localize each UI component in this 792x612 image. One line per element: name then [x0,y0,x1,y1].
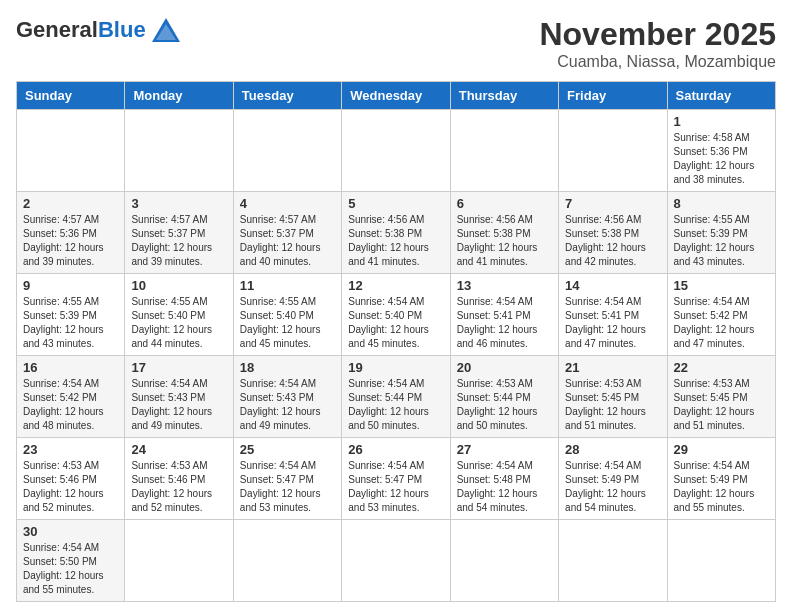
day-info: Sunrise: 4:53 AM Sunset: 5:45 PM Dayligh… [565,377,660,433]
calendar-week-row: 2Sunrise: 4:57 AM Sunset: 5:36 PM Daylig… [17,192,776,274]
calendar-empty-cell [667,520,775,602]
day-number: 25 [240,442,335,457]
day-number: 12 [348,278,443,293]
day-number: 23 [23,442,118,457]
calendar-empty-cell [125,110,233,192]
day-info: Sunrise: 4:54 AM Sunset: 5:41 PM Dayligh… [457,295,552,351]
calendar-day-27: 27Sunrise: 4:54 AM Sunset: 5:48 PM Dayli… [450,438,558,520]
calendar-day-10: 10Sunrise: 4:55 AM Sunset: 5:40 PM Dayli… [125,274,233,356]
calendar-day-7: 7Sunrise: 4:56 AM Sunset: 5:38 PM Daylig… [559,192,667,274]
weekday-header-tuesday: Tuesday [233,82,341,110]
day-number: 2 [23,196,118,211]
day-number: 20 [457,360,552,375]
calendar-day-25: 25Sunrise: 4:54 AM Sunset: 5:47 PM Dayli… [233,438,341,520]
day-number: 14 [565,278,660,293]
weekday-header-friday: Friday [559,82,667,110]
day-info: Sunrise: 4:55 AM Sunset: 5:40 PM Dayligh… [131,295,226,351]
header: General Blue November 2025 Cuamba, Niass… [16,16,776,71]
day-number: 26 [348,442,443,457]
day-info: Sunrise: 4:54 AM Sunset: 5:48 PM Dayligh… [457,459,552,515]
calendar-empty-cell [450,520,558,602]
day-info: Sunrise: 4:53 AM Sunset: 5:45 PM Dayligh… [674,377,769,433]
day-info: Sunrise: 4:53 AM Sunset: 5:46 PM Dayligh… [23,459,118,515]
day-info: Sunrise: 4:56 AM Sunset: 5:38 PM Dayligh… [457,213,552,269]
day-info: Sunrise: 4:54 AM Sunset: 5:47 PM Dayligh… [240,459,335,515]
calendar-day-14: 14Sunrise: 4:54 AM Sunset: 5:41 PM Dayli… [559,274,667,356]
calendar-day-18: 18Sunrise: 4:54 AM Sunset: 5:43 PM Dayli… [233,356,341,438]
location-title: Cuamba, Niassa, Mozambique [539,53,776,71]
calendar-empty-cell [233,520,341,602]
calendar-day-4: 4Sunrise: 4:57 AM Sunset: 5:37 PM Daylig… [233,192,341,274]
logo-text: General Blue [16,16,182,44]
day-number: 11 [240,278,335,293]
day-info: Sunrise: 4:56 AM Sunset: 5:38 PM Dayligh… [565,213,660,269]
logo: General Blue [16,16,182,44]
day-number: 6 [457,196,552,211]
calendar-day-21: 21Sunrise: 4:53 AM Sunset: 5:45 PM Dayli… [559,356,667,438]
calendar-day-28: 28Sunrise: 4:54 AM Sunset: 5:49 PM Dayli… [559,438,667,520]
day-info: Sunrise: 4:54 AM Sunset: 5:43 PM Dayligh… [131,377,226,433]
calendar-day-8: 8Sunrise: 4:55 AM Sunset: 5:39 PM Daylig… [667,192,775,274]
calendar-day-13: 13Sunrise: 4:54 AM Sunset: 5:41 PM Dayli… [450,274,558,356]
calendar-day-22: 22Sunrise: 4:53 AM Sunset: 5:45 PM Dayli… [667,356,775,438]
calendar-empty-cell [559,520,667,602]
day-number: 13 [457,278,552,293]
day-info: Sunrise: 4:54 AM Sunset: 5:43 PM Dayligh… [240,377,335,433]
calendar-empty-cell [450,110,558,192]
day-number: 16 [23,360,118,375]
day-info: Sunrise: 4:53 AM Sunset: 5:46 PM Dayligh… [131,459,226,515]
day-info: Sunrise: 4:57 AM Sunset: 5:37 PM Dayligh… [240,213,335,269]
day-number: 5 [348,196,443,211]
day-info: Sunrise: 4:54 AM Sunset: 5:44 PM Dayligh… [348,377,443,433]
day-number: 9 [23,278,118,293]
logo-blue: Blue [98,17,146,43]
day-number: 7 [565,196,660,211]
day-number: 17 [131,360,226,375]
day-info: Sunrise: 4:53 AM Sunset: 5:44 PM Dayligh… [457,377,552,433]
day-number: 30 [23,524,118,539]
month-title: November 2025 [539,16,776,53]
day-info: Sunrise: 4:55 AM Sunset: 5:39 PM Dayligh… [23,295,118,351]
calendar-day-16: 16Sunrise: 4:54 AM Sunset: 5:42 PM Dayli… [17,356,125,438]
calendar-week-row: 23Sunrise: 4:53 AM Sunset: 5:46 PM Dayli… [17,438,776,520]
calendar-day-24: 24Sunrise: 4:53 AM Sunset: 5:46 PM Dayli… [125,438,233,520]
weekday-header-row: SundayMondayTuesdayWednesdayThursdayFrid… [17,82,776,110]
day-number: 22 [674,360,769,375]
day-number: 24 [131,442,226,457]
day-number: 3 [131,196,226,211]
calendar-day-2: 2Sunrise: 4:57 AM Sunset: 5:36 PM Daylig… [17,192,125,274]
calendar-day-3: 3Sunrise: 4:57 AM Sunset: 5:37 PM Daylig… [125,192,233,274]
day-info: Sunrise: 4:54 AM Sunset: 5:40 PM Dayligh… [348,295,443,351]
calendar-table: SundayMondayTuesdayWednesdayThursdayFrid… [16,81,776,602]
calendar-day-30: 30Sunrise: 4:54 AM Sunset: 5:50 PM Dayli… [17,520,125,602]
day-info: Sunrise: 4:54 AM Sunset: 5:49 PM Dayligh… [674,459,769,515]
day-info: Sunrise: 4:57 AM Sunset: 5:37 PM Dayligh… [131,213,226,269]
day-info: Sunrise: 4:54 AM Sunset: 5:42 PM Dayligh… [674,295,769,351]
calendar-empty-cell [233,110,341,192]
calendar-day-17: 17Sunrise: 4:54 AM Sunset: 5:43 PM Dayli… [125,356,233,438]
day-info: Sunrise: 4:54 AM Sunset: 5:47 PM Dayligh… [348,459,443,515]
calendar-day-26: 26Sunrise: 4:54 AM Sunset: 5:47 PM Dayli… [342,438,450,520]
logo-icon [150,16,182,44]
day-number: 27 [457,442,552,457]
day-number: 15 [674,278,769,293]
day-info: Sunrise: 4:54 AM Sunset: 5:50 PM Dayligh… [23,541,118,597]
calendar-day-9: 9Sunrise: 4:55 AM Sunset: 5:39 PM Daylig… [17,274,125,356]
calendar-day-1: 1Sunrise: 4:58 AM Sunset: 5:36 PM Daylig… [667,110,775,192]
calendar-empty-cell [342,110,450,192]
day-number: 4 [240,196,335,211]
day-number: 29 [674,442,769,457]
calendar-week-row: 16Sunrise: 4:54 AM Sunset: 5:42 PM Dayli… [17,356,776,438]
calendar-empty-cell [559,110,667,192]
day-number: 21 [565,360,660,375]
calendar-day-12: 12Sunrise: 4:54 AM Sunset: 5:40 PM Dayli… [342,274,450,356]
calendar-day-19: 19Sunrise: 4:54 AM Sunset: 5:44 PM Dayli… [342,356,450,438]
calendar-empty-cell [342,520,450,602]
day-number: 1 [674,114,769,129]
calendar-day-11: 11Sunrise: 4:55 AM Sunset: 5:40 PM Dayli… [233,274,341,356]
calendar-empty-cell [17,110,125,192]
calendar-day-20: 20Sunrise: 4:53 AM Sunset: 5:44 PM Dayli… [450,356,558,438]
day-number: 10 [131,278,226,293]
calendar-day-23: 23Sunrise: 4:53 AM Sunset: 5:46 PM Dayli… [17,438,125,520]
calendar-week-row: 9Sunrise: 4:55 AM Sunset: 5:39 PM Daylig… [17,274,776,356]
